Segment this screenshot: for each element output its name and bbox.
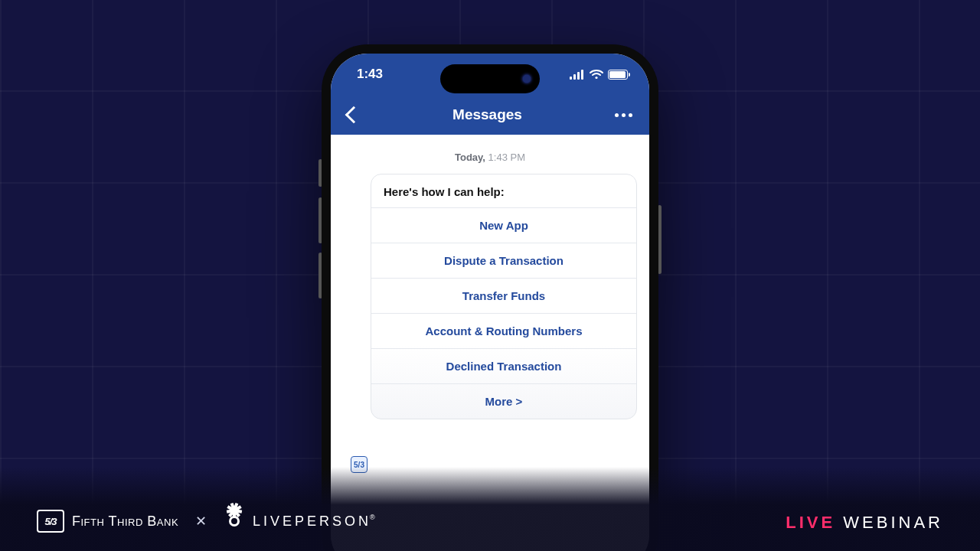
liveperson-logo: LIVEPERSON® [224,510,375,532]
liveperson-name: LIVEPERSON [253,514,371,529]
fifth-third-mark-icon: 5/3 [37,510,64,533]
more-options-button[interactable] [615,113,632,117]
help-card-lead: Here's how I can help: [371,174,636,208]
badge-live: LIVE [786,513,835,532]
help-option-declined[interactable]: Declined Transaction [371,349,636,384]
svg-rect-2 [577,72,580,80]
dynamic-island [440,64,540,93]
footer: 5/3 Fifth Third Bank ✕ LIVEPERSON® LIVE … [0,467,980,551]
help-option-new-app[interactable]: New App [371,208,636,243]
help-option-account-routing[interactable]: Account & Routing Numbers [371,314,636,349]
cellular-signal-icon [570,70,585,80]
timestamp-time: 1:43 PM [488,152,525,163]
live-webinar-badge: LIVE WEBINAR [786,513,943,533]
badge-webinar: WEBINAR [835,513,943,532]
chevron-left-icon [345,106,363,124]
battery-icon [608,70,628,80]
svg-rect-3 [581,70,583,80]
camera-dot-icon [523,75,531,83]
fifth-third-bank-logo: 5/3 Fifth Third Bank [37,510,178,533]
nav-title: Messages [452,106,522,123]
help-option-dispute[interactable]: Dispute a Transaction [371,243,636,279]
gear-icon [224,510,245,532]
registered-mark: ® [370,514,375,521]
back-button[interactable] [348,109,360,121]
help-card: Here's how I can help: New App Dispute a… [371,174,637,419]
brand-separator: ✕ [195,513,207,530]
wifi-icon [590,70,603,80]
help-option-more[interactable]: More > [371,384,636,419]
brand-row: 5/3 Fifth Third Bank ✕ LIVEPERSON® [37,510,375,533]
svg-rect-1 [573,74,576,80]
app-nav-bar: Messages [331,95,649,135]
message-timestamp: Today, 1:43 PM [343,152,637,163]
fifth-third-bank-name: Fifth Third Bank [72,514,178,529]
svg-rect-0 [570,77,572,80]
status-time: 1:43 [357,67,383,82]
timestamp-day: Today, [455,152,485,163]
svg-point-4 [595,76,597,78]
help-option-transfer[interactable]: Transfer Funds [371,279,636,314]
